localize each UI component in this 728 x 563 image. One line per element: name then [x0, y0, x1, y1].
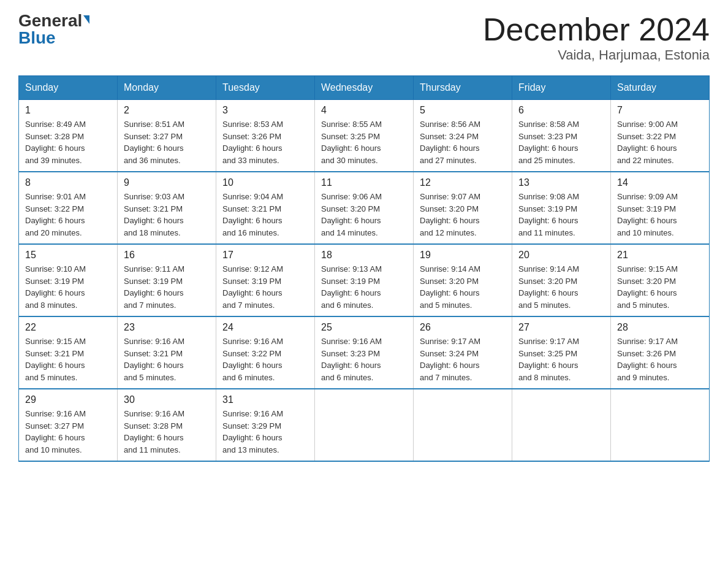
day-info: Sunrise: 9:07 AM Sunset: 3:20 PM Dayligh… — [420, 191, 506, 239]
page-subtitle: Vaida, Harjumaa, Estonia — [483, 47, 710, 63]
day-info: Sunrise: 9:17 AM Sunset: 3:26 PM Dayligh… — [617, 335, 703, 383]
day-info: Sunrise: 8:53 AM Sunset: 3:26 PM Dayligh… — [222, 118, 308, 166]
day-number: 20 — [518, 250, 604, 261]
day-info: Sunrise: 9:08 AM Sunset: 3:19 PM Dayligh… — [518, 191, 604, 239]
week-row-5: 29 Sunrise: 9:16 AM Sunset: 3:27 PM Dayl… — [19, 389, 710, 461]
day-number: 24 — [222, 322, 308, 333]
day-info: Sunrise: 9:16 AM Sunset: 3:28 PM Dayligh… — [124, 408, 210, 456]
calendar-cell: 21 Sunrise: 9:15 AM Sunset: 3:20 PM Dayl… — [611, 244, 710, 316]
logo: General Blue — [18, 12, 89, 47]
day-info: Sunrise: 9:01 AM Sunset: 3:22 PM Dayligh… — [25, 191, 111, 239]
day-info: Sunrise: 9:16 AM Sunset: 3:22 PM Dayligh… — [222, 335, 308, 383]
calendar-cell: 23 Sunrise: 9:16 AM Sunset: 3:21 PM Dayl… — [118, 316, 216, 389]
day-info: Sunrise: 9:16 AM Sunset: 3:29 PM Dayligh… — [222, 408, 308, 456]
day-info: Sunrise: 9:00 AM Sunset: 3:22 PM Dayligh… — [617, 118, 703, 166]
day-number: 23 — [124, 322, 210, 333]
day-info: Sunrise: 9:04 AM Sunset: 3:21 PM Dayligh… — [222, 191, 308, 239]
calendar-table: Sunday Monday Tuesday Wednesday Thursday… — [18, 75, 710, 462]
day-number: 30 — [124, 394, 210, 405]
day-info: Sunrise: 9:14 AM Sunset: 3:20 PM Dayligh… — [518, 263, 604, 311]
calendar-cell — [611, 389, 710, 461]
header-monday: Monday — [118, 76, 216, 100]
day-number: 11 — [321, 177, 407, 188]
day-number: 5 — [420, 105, 506, 116]
day-number: 18 — [321, 250, 407, 261]
day-number: 29 — [25, 394, 111, 405]
calendar-cell: 31 Sunrise: 9:16 AM Sunset: 3:29 PM Dayl… — [216, 389, 315, 461]
day-number: 13 — [518, 177, 604, 188]
day-number: 17 — [222, 250, 308, 261]
calendar-cell: 13 Sunrise: 9:08 AM Sunset: 3:19 PM Dayl… — [512, 172, 611, 244]
header-friday: Friday — [512, 76, 611, 100]
calendar-cell: 15 Sunrise: 9:10 AM Sunset: 3:19 PM Dayl… — [19, 244, 118, 316]
day-number: 8 — [25, 177, 111, 188]
day-number: 21 — [617, 250, 703, 261]
calendar-cell — [512, 389, 611, 461]
day-info: Sunrise: 9:16 AM Sunset: 3:23 PM Dayligh… — [321, 335, 407, 383]
day-number: 28 — [617, 322, 703, 333]
day-info: Sunrise: 8:55 AM Sunset: 3:25 PM Dayligh… — [321, 118, 407, 166]
day-info: Sunrise: 9:09 AM Sunset: 3:19 PM Dayligh… — [617, 191, 703, 239]
day-info: Sunrise: 9:14 AM Sunset: 3:20 PM Dayligh… — [420, 263, 506, 311]
day-number: 12 — [420, 177, 506, 188]
day-info: Sunrise: 9:11 AM Sunset: 3:19 PM Dayligh… — [124, 263, 210, 311]
week-row-4: 22 Sunrise: 9:15 AM Sunset: 3:21 PM Dayl… — [19, 316, 710, 389]
calendar-cell: 5 Sunrise: 8:56 AM Sunset: 3:24 PM Dayli… — [414, 100, 512, 172]
day-number: 9 — [124, 177, 210, 188]
day-number: 16 — [124, 250, 210, 261]
header-row: Sunday Monday Tuesday Wednesday Thursday… — [19, 76, 710, 100]
day-info: Sunrise: 9:06 AM Sunset: 3:20 PM Dayligh… — [321, 191, 407, 239]
header-sunday: Sunday — [19, 76, 118, 100]
calendar-cell: 1 Sunrise: 8:49 AM Sunset: 3:28 PM Dayli… — [19, 100, 118, 172]
calendar-cell: 11 Sunrise: 9:06 AM Sunset: 3:20 PM Dayl… — [315, 172, 414, 244]
calendar-cell: 7 Sunrise: 9:00 AM Sunset: 3:22 PM Dayli… — [611, 100, 710, 172]
calendar-cell: 12 Sunrise: 9:07 AM Sunset: 3:20 PM Dayl… — [414, 172, 512, 244]
day-number: 25 — [321, 322, 407, 333]
day-info: Sunrise: 9:16 AM Sunset: 3:21 PM Dayligh… — [124, 335, 210, 383]
day-number: 31 — [222, 394, 308, 405]
day-number: 27 — [518, 322, 604, 333]
header-thursday: Thursday — [414, 76, 512, 100]
calendar-cell: 17 Sunrise: 9:12 AM Sunset: 3:19 PM Dayl… — [216, 244, 315, 316]
day-info: Sunrise: 9:15 AM Sunset: 3:21 PM Dayligh… — [25, 335, 111, 383]
calendar-cell: 30 Sunrise: 9:16 AM Sunset: 3:28 PM Dayl… — [118, 389, 216, 461]
day-number: 2 — [124, 105, 210, 116]
calendar-cell: 14 Sunrise: 9:09 AM Sunset: 3:19 PM Dayl… — [611, 172, 710, 244]
calendar-cell: 9 Sunrise: 9:03 AM Sunset: 3:21 PM Dayli… — [118, 172, 216, 244]
calendar-cell — [315, 389, 414, 461]
calendar-cell: 22 Sunrise: 9:15 AM Sunset: 3:21 PM Dayl… — [19, 316, 118, 389]
header-wednesday: Wednesday — [315, 76, 414, 100]
week-row-1: 1 Sunrise: 8:49 AM Sunset: 3:28 PM Dayli… — [19, 100, 710, 172]
header-saturday: Saturday — [611, 76, 710, 100]
day-info: Sunrise: 9:15 AM Sunset: 3:20 PM Dayligh… — [617, 263, 703, 311]
day-info: Sunrise: 9:10 AM Sunset: 3:19 PM Dayligh… — [25, 263, 111, 311]
day-number: 26 — [420, 322, 506, 333]
day-info: Sunrise: 8:58 AM Sunset: 3:23 PM Dayligh… — [518, 118, 604, 166]
calendar-cell: 29 Sunrise: 9:16 AM Sunset: 3:27 PM Dayl… — [19, 389, 118, 461]
calendar-cell: 27 Sunrise: 9:17 AM Sunset: 3:25 PM Dayl… — [512, 316, 611, 389]
day-number: 19 — [420, 250, 506, 261]
logo-triangle-icon — [83, 15, 89, 24]
day-number: 14 — [617, 177, 703, 188]
calendar-cell: 26 Sunrise: 9:17 AM Sunset: 3:24 PM Dayl… — [414, 316, 512, 389]
day-info: Sunrise: 9:17 AM Sunset: 3:25 PM Dayligh… — [518, 335, 604, 383]
day-info: Sunrise: 9:17 AM Sunset: 3:24 PM Dayligh… — [420, 335, 506, 383]
logo-general-text: General — [18, 12, 82, 29]
day-info: Sunrise: 8:49 AM Sunset: 3:28 PM Dayligh… — [25, 118, 111, 166]
day-number: 7 — [617, 105, 703, 116]
calendar-cell: 10 Sunrise: 9:04 AM Sunset: 3:21 PM Dayl… — [216, 172, 315, 244]
calendar-cell: 25 Sunrise: 9:16 AM Sunset: 3:23 PM Dayl… — [315, 316, 414, 389]
calendar-cell: 6 Sunrise: 8:58 AM Sunset: 3:23 PM Dayli… — [512, 100, 611, 172]
day-info: Sunrise: 9:13 AM Sunset: 3:19 PM Dayligh… — [321, 263, 407, 311]
day-info: Sunrise: 9:16 AM Sunset: 3:27 PM Dayligh… — [25, 408, 111, 456]
day-number: 6 — [518, 105, 604, 116]
header-tuesday: Tuesday — [216, 76, 315, 100]
day-number: 3 — [222, 105, 308, 116]
calendar-cell: 8 Sunrise: 9:01 AM Sunset: 3:22 PM Dayli… — [19, 172, 118, 244]
day-info: Sunrise: 8:51 AM Sunset: 3:27 PM Dayligh… — [124, 118, 210, 166]
calendar-cell: 19 Sunrise: 9:14 AM Sunset: 3:20 PM Dayl… — [414, 244, 512, 316]
week-row-2: 8 Sunrise: 9:01 AM Sunset: 3:22 PM Dayli… — [19, 172, 710, 244]
calendar-cell: 16 Sunrise: 9:11 AM Sunset: 3:19 PM Dayl… — [118, 244, 216, 316]
week-row-3: 15 Sunrise: 9:10 AM Sunset: 3:19 PM Dayl… — [19, 244, 710, 316]
calendar-cell: 20 Sunrise: 9:14 AM Sunset: 3:20 PM Dayl… — [512, 244, 611, 316]
